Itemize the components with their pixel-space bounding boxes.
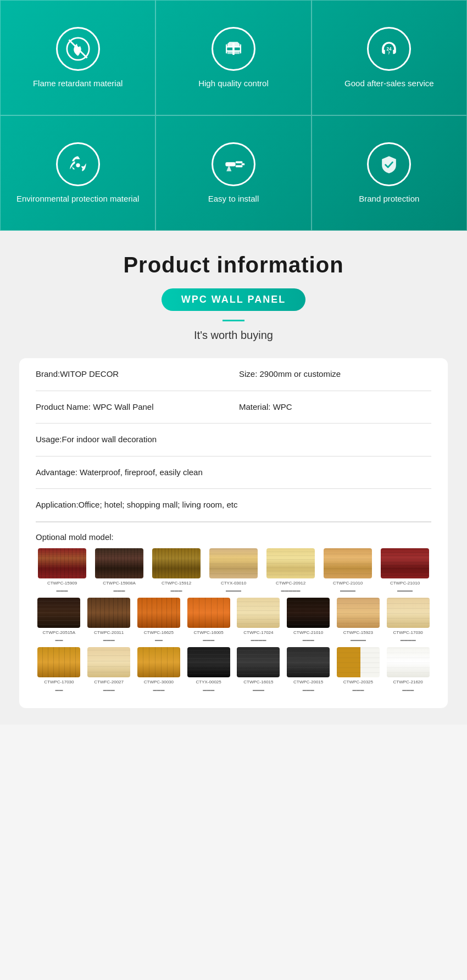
mold-item-22: CTWPC-20325 ▬▬▬ [335, 647, 382, 691]
mold-code-13: CTWPC-21010 [293, 630, 323, 636]
mold-item-18: CTWPC-30030 ▬▬▬ [136, 647, 182, 691]
application-value: Application:Office; hotel; shopping mall… [36, 499, 431, 511]
material-value: Material: WPC [239, 401, 431, 414]
mold-dims-6: ▬▬▬▬ [340, 588, 355, 592]
mold-img-15 [387, 598, 430, 628]
mold-code-22: CTWPC-20325 [343, 680, 373, 685]
svg-rect-7 [236, 161, 243, 163]
advantage-value: Advantage: Waterproof, fireproof, easily… [36, 466, 431, 479]
mold-item-17: CTWFC-20027 ▬▬▬ [86, 647, 132, 691]
banner-cell-easy-install: Easy to install [155, 115, 311, 231]
mold-code-14: CTWPC-15923 [343, 630, 373, 636]
mold-dims-12: ▬▬▬▬ [251, 638, 266, 642]
after-sales-label: Good after-sales service [344, 77, 434, 89]
mold-dims-23: ▬▬▬ [402, 688, 414, 692]
mold-img-18 [137, 647, 180, 677]
mold-code-20: CTWPC-16015 [243, 680, 273, 685]
usage-value: Usage:For indoor wall decoration [36, 433, 431, 446]
mold-item-11: CTWPC-16005 ▬▬▬ [185, 598, 232, 642]
mold-item-23: CTWPC-21620 ▬▬▬ [385, 647, 431, 691]
mold-code-16: CTWPC-17030 [44, 680, 74, 685]
teal-underline-decoration [223, 320, 244, 321]
mold-img-7 [381, 548, 429, 578]
svg-rect-9 [242, 163, 245, 165]
banner-cell-flame-retardant: Flame retardant material [0, 0, 155, 115]
after-sales-icon: 24 7 [367, 27, 411, 71]
mold-dims-10: ▬▬ [155, 638, 163, 642]
mold-img-9 [87, 598, 130, 628]
mold-dims-9: ▬▬▬ [103, 638, 115, 642]
mold-code-10: CTWPC-16625 [144, 630, 174, 636]
mold-code-23: CTWPC-21620 [393, 680, 423, 685]
mold-img-12 [237, 598, 280, 628]
banner-section: Flame retardant material High quality co… [0, 0, 467, 231]
easy-install-icon [212, 142, 255, 186]
mold-dims-11: ▬▬▬ [203, 638, 214, 642]
quality-control-icon [212, 27, 255, 71]
svg-rect-8 [236, 165, 243, 167]
worth-buying-text: It's worth buying [11, 329, 456, 342]
svg-text:7: 7 [388, 51, 391, 55]
mold-img-10 [137, 598, 180, 628]
mold-item-5: CTWPC-20912 ▬▬▬▬▬ [264, 548, 317, 592]
eco-material-label: Environmental protection material [16, 193, 139, 204]
mold-img-2 [95, 548, 143, 578]
mold-item-10: CTWPC-16625 ▬▬ [136, 598, 182, 642]
mold-dims-15: ▬▬▬▬ [401, 638, 416, 642]
mold-img-11 [187, 598, 230, 628]
flame-retardant-icon [56, 27, 100, 71]
mold-dims-1: ▬▬▬ [57, 588, 68, 592]
mold-code-8: CTWPC-20515A [43, 630, 76, 636]
mold-code-19: CTYX-00025 [196, 680, 221, 685]
mold-dims-21: ▬▬▬ [303, 688, 314, 692]
mold-dims-22: ▬▬▬ [352, 688, 364, 692]
mold-item-9: CTWPC-20311 ▬▬▬ [86, 598, 132, 642]
mold-row-3: CTWPC-17030 ▬▬ CTWFC-20027 ▬▬▬ CTWPC-300… [36, 647, 431, 691]
mold-item-1: CTWPC-15909 ▬▬▬ [36, 548, 88, 592]
product-info-title: Product information [11, 253, 456, 277]
mold-img-8 [37, 598, 80, 628]
mold-dims-3: ▬▬▬ [171, 588, 182, 592]
mold-dims-2: ▬▬▬ [114, 588, 125, 592]
mold-img-3 [152, 548, 201, 578]
mold-item-6: CTWPC-21010 ▬▬▬▬ [321, 548, 374, 592]
product-row-name: Product Name: WPC Wall Panel Material: W… [36, 391, 431, 424]
quality-control-label: High quality control [198, 77, 269, 89]
mold-code-6: CTWPC-21010 [333, 581, 363, 586]
banner-cell-eco-material: Environmental protection material [0, 115, 155, 231]
mold-item-16: CTWPC-17030 ▬▬ [36, 647, 82, 691]
mold-img-4 [209, 548, 258, 578]
eco-material-icon [56, 142, 100, 186]
wpc-badge: WPC WALL PANEL [162, 288, 305, 311]
mold-dims-16: ▬▬ [55, 688, 63, 692]
mold-code-15: CTWPC-17030 [393, 630, 423, 636]
brand-value: Brand:WITOP DECOR [36, 368, 228, 381]
mold-img-20 [237, 647, 280, 677]
svg-rect-2 [232, 43, 235, 55]
mold-item-4: CTYX-03010 ▬▬▬▬ [207, 548, 260, 592]
mold-code-7: CTWPC-21010 [390, 581, 420, 586]
svg-rect-6 [225, 162, 235, 166]
banner-cell-after-sales: 24 7 Good after-sales service [312, 0, 467, 115]
easy-install-label: Easy to install [208, 193, 259, 204]
mold-img-6 [324, 548, 372, 578]
size-value: Size: 2900mm or customize [239, 368, 431, 381]
mold-code-21: CTWPC-20015 [293, 680, 323, 685]
mold-item-12: CTWPC-17024 ▬▬▬▬ [235, 598, 282, 642]
mold-dims-20: ▬▬▬ [253, 688, 264, 692]
mold-item-20: CTWPC-16015 ▬▬▬ [235, 647, 282, 691]
mold-item-15: CTWPC-17030 ▬▬▬▬ [385, 598, 431, 642]
mold-img-5 [266, 548, 315, 578]
mold-dims-4: ▬▬▬▬ [226, 588, 241, 592]
mold-code-9: CTWPC-20311 [94, 630, 124, 636]
mold-img-22 [337, 647, 380, 677]
product-row-usage: Usage:For indoor wall decoration [36, 424, 431, 456]
mold-item-13: CTWPC-21010 ▬▬▬ [285, 598, 332, 642]
mold-img-14 [337, 598, 380, 628]
mold-img-19 [187, 647, 230, 677]
product-row-brand: Brand:WITOP DECOR Size: 2900mm or custom… [36, 358, 431, 391]
mold-code-12: CTWPC-17024 [243, 630, 273, 636]
product-row-application: Application:Office; hotel; shopping mall… [36, 489, 431, 522]
mold-code-18: CTWPC-30030 [144, 680, 174, 685]
mold-dims-17: ▬▬▬ [103, 688, 115, 692]
